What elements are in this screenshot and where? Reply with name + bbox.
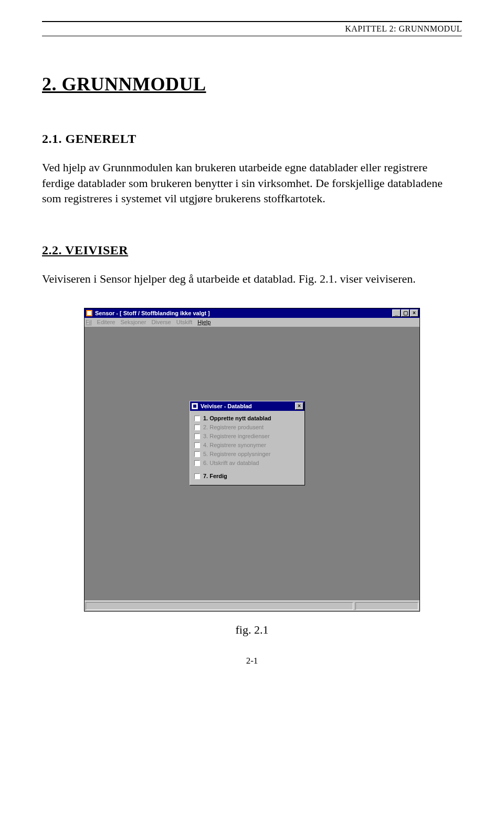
wizard-step-3[interactable]: 3. Registrere ingredienser (194, 432, 300, 441)
wizard-step-5[interactable]: 5. Registrere opplysninger (194, 450, 300, 459)
menu-seksjoner[interactable]: Seksjoner (120, 319, 146, 325)
wizard-step-label: 3. Registrere ingredienser (203, 433, 270, 439)
wizard-icon (191, 402, 198, 410)
maximize-button[interactable]: ▢ (401, 309, 410, 317)
status-cell (355, 602, 418, 610)
wizard-body: 1. Opprette nytt datablad 2. Registrere … (190, 411, 304, 485)
wizard-close-button[interactable]: × (295, 402, 303, 410)
close-button[interactable]: × (410, 309, 418, 317)
svg-rect-4 (193, 405, 196, 408)
app-screenshot: Sensor - [ Stoff / Stoffblanding ikke va… (84, 308, 420, 612)
wizard-dialog: Veiviser - Datablad × 1. Opprette nytt d… (190, 401, 305, 485)
wizard-step-4[interactable]: 4. Registrere synonymer (194, 441, 300, 450)
chapter-header: KAPITTEL 2: GRUNNMODUL (42, 22, 462, 35)
menu-fil[interactable]: Fil (86, 319, 92, 325)
wizard-separator (194, 468, 300, 472)
checkbox-icon[interactable] (194, 425, 200, 430)
wizard-step-2[interactable]: 2. Registrere produsent (194, 423, 300, 432)
wizard-titlebar: Veiviser - Datablad × (190, 401, 304, 411)
section-body-generelt: Ved hjelp av Grunnmodulen kan brukeren u… (42, 160, 462, 206)
wizard-step-label: 5. Registrere opplysninger (203, 451, 270, 457)
section-heading-veiviser: 2.2. VEIVISER (42, 243, 462, 257)
checkbox-icon[interactable] (194, 473, 200, 479)
menu-bar: Fil Editere Seksjoner Diverse Utskift Hj… (85, 318, 419, 327)
wizard-step-label: 7. Ferdig (203, 473, 227, 479)
menu-hjelp[interactable]: Hjelp (197, 319, 211, 325)
wizard-title-text: Veiviser - Datablad (201, 403, 295, 409)
app-icon (86, 309, 93, 317)
app-titlebar: Sensor - [ Stoff / Stoffblanding ikke va… (85, 308, 419, 318)
menu-diverse[interactable]: Diverse (151, 319, 171, 325)
checkbox-icon[interactable] (194, 460, 200, 466)
status-bar (85, 601, 419, 611)
checkbox-icon[interactable] (194, 442, 200, 448)
wizard-step-1[interactable]: 1. Opprette nytt datablad (194, 414, 300, 423)
app-title-text: Sensor - [ Stoff / Stoffblanding ikke va… (95, 310, 392, 316)
page-title: 2. GRUNNMODUL (42, 73, 462, 95)
section-heading-generelt: 2.1. GENERELT (42, 132, 462, 146)
section-body-veiviser: Veiviseren i Sensor hjelper deg å utarbe… (42, 271, 462, 287)
status-cell (86, 602, 353, 610)
checkbox-icon[interactable] (194, 433, 200, 439)
header-rule-bottom (42, 36, 462, 36)
menu-editere[interactable]: Editere (97, 319, 116, 325)
wizard-step-label: 6. Utskrift av datablad (203, 460, 259, 466)
wizard-step-label: 4. Registrere synonymer (203, 442, 266, 448)
checkbox-icon[interactable] (194, 416, 200, 421)
menu-utskift[interactable]: Utskift (176, 319, 193, 325)
app-client-area: Veiviser - Datablad × 1. Opprette nytt d… (85, 327, 419, 601)
wizard-step-6[interactable]: 6. Utskrift av datablad (194, 459, 300, 468)
checkbox-icon[interactable] (194, 451, 200, 457)
wizard-step-label: 1. Opprette nytt datablad (203, 415, 271, 421)
figure-caption: fig. 2.1 (42, 623, 462, 637)
wizard-step-7[interactable]: 7. Ferdig (194, 472, 300, 481)
wizard-step-label: 2. Registrere produsent (203, 424, 264, 430)
page-number: 2-1 (42, 656, 462, 666)
svg-rect-1 (87, 311, 91, 315)
minimize-button[interactable]: _ (392, 309, 401, 317)
